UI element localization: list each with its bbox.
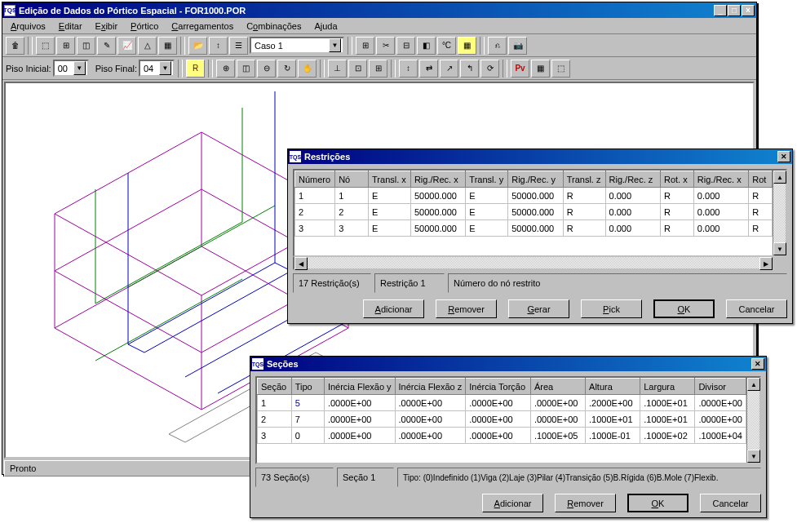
tool-icon[interactable]: 📂 — [188, 37, 207, 55]
remover-button[interactable]: Remover — [436, 299, 497, 318]
secoes-grid[interactable]: Seção Tipo Inércia Flexão y Inércia Flex… — [255, 376, 761, 464]
chevron-down-icon[interactable]: ▼ — [73, 61, 86, 75]
tool-icon[interactable]: 📈 — [117, 37, 136, 55]
table-row[interactable]: 33E50000.000E50000.000R0.000R0.000R — [295, 220, 773, 237]
tool-icon[interactable]: ⬚ — [551, 60, 570, 78]
maximize-button[interactable]: □ — [728, 5, 741, 16]
tool-icon[interactable]: △ — [138, 37, 157, 55]
tool-icon[interactable]: ⇄ — [419, 60, 438, 78]
ok-button[interactable]: OK — [653, 299, 715, 318]
menu-combinacoes[interactable]: Combinações — [240, 20, 308, 33]
tool-icon[interactable]: ↕ — [209, 37, 228, 55]
piso-final-label: Piso Final: — [95, 64, 137, 73]
piso-inicial-combo[interactable]: 00▼ — [53, 60, 89, 77]
tool-icon[interactable]: °C — [437, 37, 456, 55]
chevron-down-icon[interactable]: ▼ — [329, 38, 341, 52]
tool-icon[interactable]: ▦ — [158, 37, 177, 55]
refresh-icon[interactable]: ↻ — [277, 60, 296, 78]
caso-label: Caso 1 — [255, 41, 283, 51]
ok-button[interactable]: OK — [627, 494, 689, 512]
pan-icon[interactable]: ✋ — [298, 60, 317, 78]
dialog-title: Restrições — [304, 152, 350, 162]
app-icon: TQS — [4, 5, 15, 16]
grid-header-row: Número Nó Transl. x Rig./Rec. x Transl. … — [295, 171, 773, 188]
tool-icon[interactable]: ⊞ — [56, 37, 75, 55]
grid-header-row: Seção Tipo Inércia Flexão y Inércia Flex… — [258, 379, 746, 395]
dialog-title-bar[interactable]: TQS Restrições ✕ — [288, 149, 792, 164]
gerar-button[interactable]: Gerar — [508, 299, 569, 318]
tool-icon[interactable]: ✂ — [376, 37, 395, 55]
tool-icon[interactable]: ⊡ — [348, 60, 367, 78]
zoom-in-icon[interactable]: ⊕ — [216, 60, 235, 78]
current-cell: Seção 1 — [337, 468, 394, 487]
scroll-down-icon[interactable]: ▼ — [773, 242, 786, 255]
help-cell: Número do nó restrito — [448, 273, 787, 293]
zoom-out-icon[interactable]: ⊖ — [257, 60, 276, 78]
menu-editar[interactable]: Editar — [52, 20, 89, 33]
tool-icon[interactable]: ⊟ — [396, 37, 415, 55]
table-row[interactable]: 22E50000.000E50000.000R0.000R0.000R — [295, 204, 773, 220]
menu-carregamentos[interactable]: Carregamentos — [165, 20, 240, 33]
table-row[interactable]: 15.0000E+00.0000E+00.0000E+00.0000E+00.2… — [258, 395, 746, 411]
tool-icon[interactable]: ▦ — [458, 37, 476, 55]
menu-portico[interactable]: Pórtico — [124, 20, 165, 33]
close-icon[interactable]: ✕ — [751, 358, 764, 370]
caso-combo[interactable]: Caso 1 ▼ — [250, 37, 344, 54]
count-cell: 73 Seção(s) — [255, 468, 334, 487]
tool-icon[interactable]: ⊥ — [328, 60, 347, 78]
adicionar-button[interactable]: Adicionar — [482, 494, 543, 512]
tool-icon[interactable]: ☰ — [229, 37, 248, 55]
toolbar-row-2: Piso Inicial: 00▼ Piso Final: 04▼ R ⊕ ◫ … — [2, 57, 756, 80]
r-button[interactable]: R — [186, 60, 205, 78]
minimize-button[interactable]: _ — [714, 5, 727, 16]
horizontal-scrollbar[interactable]: ◀▶ — [293, 257, 787, 270]
table-row[interactable]: 30.0000E+00.0000E+00.0000E+00.1000E+05.1… — [258, 428, 746, 444]
vertical-scrollbar[interactable]: ▲▼ — [746, 378, 759, 463]
tool-icon[interactable]: ⬚ — [36, 37, 55, 55]
scroll-down-icon[interactable]: ▼ — [747, 450, 760, 463]
tool-icon[interactable]: ⎌ — [488, 37, 507, 55]
title-bar[interactable]: TQS Edição de Dados do Pórtico Espacial … — [2, 2, 756, 18]
menu-bar: Arquivos Editar Exibir Pórtico Carregame… — [2, 18, 756, 34]
tool-icon[interactable]: ✎ — [97, 37, 116, 55]
scroll-up-icon[interactable]: ▲ — [773, 171, 786, 184]
tool-icon[interactable]: ⊞ — [369, 60, 387, 78]
chevron-down-icon[interactable]: ▼ — [159, 61, 171, 75]
dialog-title: Seções — [267, 359, 299, 369]
tool-icon[interactable]: ⟳ — [480, 60, 499, 78]
table-row[interactable]: 11E50000.000E50000.000R0.000R0.000R — [295, 188, 773, 204]
status-text: Pronto — [10, 463, 36, 473]
menu-arquivos[interactable]: Arquivos — [4, 20, 52, 33]
piso-inicial-label: Piso Inicial: — [6, 64, 51, 73]
cancelar-button[interactable]: Cancelar — [700, 494, 761, 512]
tool-icon[interactable]: ↗ — [440, 60, 458, 78]
tool-icon[interactable]: ↕ — [399, 60, 418, 78]
adicionar-button[interactable]: Adicionar — [363, 299, 424, 318]
tool-icon[interactable]: 🗑 — [6, 37, 24, 55]
tool-icon[interactable]: ◫ — [77, 37, 95, 55]
tool-icon[interactable]: ◧ — [417, 37, 436, 55]
app-icon: TQS — [252, 358, 263, 370]
piso-final-combo[interactable]: 04▼ — [139, 60, 175, 77]
vertical-scrollbar[interactable]: ▲▼ — [773, 171, 786, 255]
pick-button[interactable]: Pick — [581, 299, 642, 318]
table-row[interactable]: 27.0000E+00.0000E+00.0000E+00.0000E+00.1… — [258, 411, 746, 428]
toolbar-row-1: 🗑 ⬚ ⊞ ◫ ✎ 📈 △ ▦ 📂 ↕ ☰ Caso 1 ▼ ⊞ ✂ ⊟ ◧ °… — [2, 34, 756, 57]
tool-icon[interactable]: 📷 — [508, 37, 527, 55]
tool-icon[interactable]: ⊞ — [356, 37, 374, 55]
scroll-left-icon[interactable]: ◀ — [294, 257, 308, 270]
dialog-title-bar[interactable]: TQS Seções ✕ — [250, 357, 766, 371]
menu-exibir[interactable]: Exibir — [89, 20, 125, 33]
close-icon[interactable]: ✕ — [777, 151, 790, 162]
zoom-window-icon[interactable]: ◫ — [237, 60, 255, 78]
restricoes-grid[interactable]: Número Nó Transl. x Rig./Rec. x Transl. … — [293, 169, 787, 257]
remover-button[interactable]: Remover — [555, 494, 616, 512]
cancelar-button[interactable]: Cancelar — [726, 299, 787, 318]
close-button[interactable]: × — [742, 5, 755, 16]
tool-icon[interactable]: ▦ — [531, 60, 550, 78]
tool-icon[interactable]: ↰ — [460, 60, 479, 78]
pv-button[interactable]: Pv — [511, 60, 529, 78]
scroll-right-icon[interactable]: ▶ — [759, 257, 773, 270]
menu-ajuda[interactable]: Ajuda — [308, 20, 343, 33]
scroll-up-icon[interactable]: ▲ — [747, 378, 760, 391]
